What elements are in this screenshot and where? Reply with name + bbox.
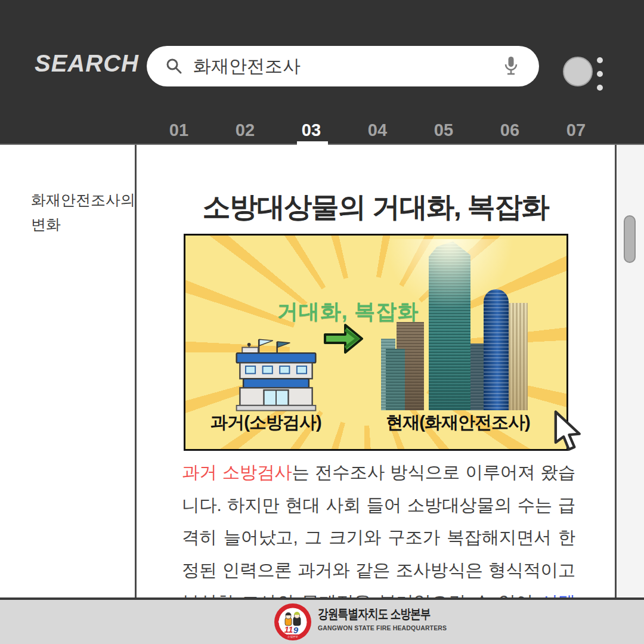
logo-119-blue: 9 bbox=[293, 625, 299, 635]
footer: Gangwon State 11 9 소방본부 강원특별자치도 소방본부 GAN… bbox=[0, 600, 644, 644]
highlight-past-inspection: 과거 소방검사 bbox=[182, 462, 292, 482]
page-number-05[interactable]: 05 bbox=[426, 120, 462, 140]
arrow-right-icon bbox=[324, 321, 363, 356]
app-logo: SEARCH bbox=[35, 50, 139, 77]
active-page-underline bbox=[297, 141, 328, 150]
page-number-07[interactable]: 07 bbox=[558, 120, 594, 140]
mouse-cursor-icon bbox=[551, 410, 588, 453]
search-bar[interactable]: 화재안전조사 bbox=[147, 46, 539, 86]
building-dark bbox=[469, 343, 485, 410]
sidebar-section-label: 화재안전조사의 변화 bbox=[31, 188, 135, 237]
page-number-04[interactable]: 04 bbox=[360, 120, 395, 140]
search-input[interactable]: 화재안전조사 bbox=[193, 46, 301, 86]
page-number-01[interactable]: 01 bbox=[161, 120, 197, 140]
building-front-teal bbox=[386, 349, 405, 410]
sidebar-label-line1: 화재안전조사의 bbox=[31, 188, 135, 212]
logo-banner-text: 소방본부 bbox=[287, 635, 299, 638]
mic-icon[interactable] bbox=[503, 55, 519, 77]
small-building-illustration bbox=[232, 335, 320, 412]
scrollbar-track[interactable] bbox=[617, 145, 644, 597]
page: SEARCH 화재안전조사 01 02 03 04 05 06 07 bbox=[0, 0, 644, 644]
page-number-06[interactable]: 06 bbox=[492, 120, 528, 140]
past-label: 과거(소방검사) bbox=[202, 411, 330, 435]
logo-119-red: 11 bbox=[284, 625, 293, 634]
search-icon bbox=[166, 58, 182, 75]
footer-org-name-ko: 강원특별자치도 소방본부 bbox=[318, 605, 431, 623]
present-label: 현재(화재안전조사) bbox=[377, 411, 538, 435]
footer-org-name-en: GANGWON STATE FIRE HEADQUARTERS bbox=[318, 624, 447, 631]
illustration-card: 거대화, 복잡화 bbox=[184, 234, 568, 451]
page-indicator: 01 02 03 04 05 06 07 bbox=[161, 120, 594, 140]
page-number-02[interactable]: 02 bbox=[227, 120, 263, 140]
header: SEARCH 화재안전조사 01 02 03 04 05 06 07 bbox=[0, 0, 644, 145]
sun-glow bbox=[375, 239, 543, 342]
scrollbar-thumb[interactable] bbox=[624, 215, 636, 263]
fire-headquarters-logo: Gangwon State 11 9 소방본부 bbox=[274, 603, 312, 641]
kebab-menu-icon[interactable] bbox=[597, 57, 604, 98]
skyscrapers-illustration bbox=[375, 239, 543, 410]
profile-avatar[interactable] bbox=[563, 57, 593, 86]
page-title: 소방대상물의 거대화, 복잡화 bbox=[137, 188, 614, 226]
paragraph-text-1: 는 전수조사 방식으로 이루어져 왔습니다. 하지만 현대 사회 들어 소방대상… bbox=[182, 462, 575, 612]
page-number-03-active[interactable]: 03 bbox=[293, 120, 329, 140]
sidebar-label-line2: 변화 bbox=[31, 212, 135, 237]
